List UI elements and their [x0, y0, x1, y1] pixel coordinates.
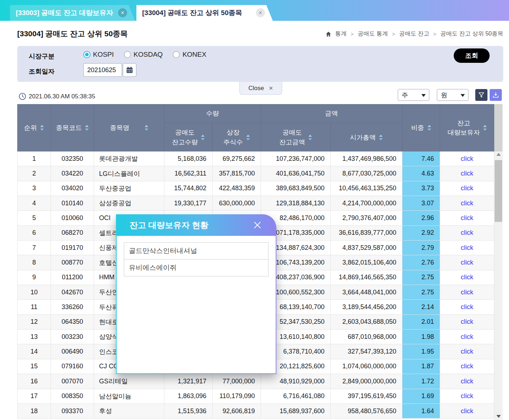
code-cell: 336260 — [51, 300, 94, 314]
holder-click-link[interactable]: click — [461, 289, 473, 296]
table-row: 4 010140 삼성중공업 19,330,177 630,000,000 12… — [17, 196, 494, 211]
tab-33003[interactable]: [33003] 공매도 잔고 대량보유자 × — [10, 5, 135, 21]
mktcap-cell: 687,010,968,000 — [331, 330, 402, 344]
header-label: 비중 — [411, 123, 424, 132]
download-button[interactable] — [490, 89, 502, 101]
holder-click-link[interactable]: click — [461, 155, 473, 163]
table-row: 17 008350 남선알미늄 1,863,096 110,179,090 6,… — [17, 389, 494, 404]
close-panel-label: Close — [248, 85, 264, 92]
header-short-balance-amount[interactable]: 공매도잔고금액 — [261, 123, 331, 151]
holder-click-link[interactable]: click — [461, 259, 473, 266]
radio-circle-icon[interactable] — [124, 51, 131, 58]
radio-circle-icon[interactable] — [173, 51, 180, 58]
search-button[interactable]: 조회 — [454, 48, 490, 63]
mktcap-cell: 10,456,463,135,250 — [331, 181, 402, 196]
holder-cell: click — [440, 300, 494, 314]
holder-click-link[interactable]: click — [461, 348, 473, 355]
radio-kosdaq[interactable]: KOSDAQ — [124, 51, 163, 59]
vertical-scrollbar[interactable] — [494, 104, 503, 420]
modal-close-button[interactable] — [252, 220, 263, 232]
amount-cell: 389,683,849,500 — [261, 181, 331, 196]
listed-cell: 69,275,662 — [213, 151, 261, 166]
header-label: 주식수 — [224, 137, 243, 147]
holder-cell: click — [440, 255, 494, 270]
sort-icons — [246, 135, 250, 140]
holder-click-link[interactable]: click — [461, 363, 473, 370]
close-icon[interactable]: × — [118, 8, 127, 17]
table-header: 순위 종목코드 종목명 수량 공매도잔고수량 상장주식수 금액 공매도잔고금액 … — [17, 104, 494, 151]
name-cell: GS리테일 — [94, 374, 164, 389]
tab-label: [33004] 공매도 잔고 상위 50종목 — [142, 8, 242, 18]
holder-cell: click — [440, 241, 494, 255]
header-name[interactable]: 종목명 — [94, 104, 164, 151]
header-label: 금액 — [325, 109, 338, 118]
breadcrumb-item[interactable]: 공매도 잔고 상위 50종목 — [440, 30, 503, 38]
header-ratio[interactable]: 비중 — [402, 104, 440, 151]
holder-click-link[interactable]: click — [461, 407, 473, 415]
header-listed-shares[interactable]: 상장주식수 — [213, 123, 261, 151]
market-radio-group: KOSPIKOSDAQKONEX — [83, 51, 206, 59]
holder-cell: click — [440, 359, 494, 374]
unit-share-select[interactable]: 주 — [398, 89, 429, 101]
holder-click-link[interactable]: click — [461, 170, 473, 177]
code-cell: 079160 — [51, 359, 94, 374]
mktcap-cell: 397,195,619,450 — [331, 389, 402, 404]
calendar-button[interactable] — [123, 63, 136, 77]
header-rank[interactable]: 순위 — [17, 104, 51, 151]
sort-icons — [40, 125, 44, 131]
holder-click-link[interactable]: click — [461, 392, 473, 400]
ratio-cell: 3.07 — [402, 196, 440, 211]
name-cell: 두산중공업 — [94, 181, 164, 196]
code-cell: 003230 — [51, 330, 94, 344]
holder-click-link[interactable]: click — [461, 185, 473, 192]
close-panel-button[interactable]: Close ✕ — [239, 82, 282, 95]
rank-cell: 5 — [17, 211, 51, 225]
radio-konex[interactable]: KONEX — [173, 51, 206, 59]
rank-cell: 9 — [17, 270, 51, 285]
header-short-balance-qty[interactable]: 공매도잔고수량 — [164, 123, 213, 151]
holder-click-link[interactable]: click — [461, 274, 473, 281]
breadcrumb-item[interactable]: 통계 — [335, 30, 347, 38]
mktcap-cell: 8,677,030,725,000 — [331, 166, 402, 181]
date-input[interactable] — [83, 63, 122, 77]
holder-click-link[interactable]: click — [461, 229, 473, 237]
breadcrumb-item[interactable]: 공매도 통계 — [358, 30, 388, 38]
scrollbar-track[interactable] — [494, 151, 503, 420]
close-icon[interactable]: × — [256, 8, 265, 17]
holder-click-link[interactable]: click — [461, 333, 473, 341]
holder-click-link[interactable]: click — [461, 318, 473, 326]
filter-button[interactable] — [475, 89, 487, 101]
mktcap-cell: 327,547,393,120 — [331, 344, 402, 359]
ratio-cell: 2.96 — [402, 211, 440, 225]
scrollbar-thumb[interactable] — [495, 160, 502, 222]
header-amount-group: 금액 — [261, 104, 402, 123]
scrollbar-down-icon[interactable] — [494, 412, 503, 418]
holder-click-link[interactable]: click — [461, 378, 473, 385]
sort-icons — [85, 125, 89, 131]
holder-click-link[interactable]: click — [461, 214, 473, 222]
holder-click-link[interactable]: click — [461, 244, 473, 252]
code-cell: 034220 — [51, 166, 94, 181]
holder-click-link[interactable]: click — [461, 200, 473, 207]
radio-kospi[interactable]: KOSPI — [83, 51, 114, 59]
sort-icons — [483, 125, 487, 131]
header-code[interactable]: 종목코드 — [51, 104, 94, 151]
holder-click-link[interactable]: click — [461, 303, 473, 311]
amount-cell: 15,689,937,600 — [261, 404, 331, 419]
breadcrumb-items: 통계>공매도 통계>공매도 잔고>공매도 잔고 상위 50종목 — [335, 30, 503, 38]
tab-33004[interactable]: [33004] 공매도 잔고 상위 50종목 × — [136, 5, 273, 21]
breadcrumb-item[interactable]: 공매도 잔고 — [399, 30, 429, 38]
sort-icons — [428, 125, 431, 131]
listed-cell: 92,606,819 — [213, 404, 261, 419]
qty-cell: 16,562,311 — [164, 166, 213, 181]
scrollbar-up-icon[interactable] — [494, 153, 503, 159]
mktcap-cell: 14,869,146,565,350 — [331, 270, 402, 285]
unit-currency-select[interactable]: 원 — [437, 89, 468, 101]
header-large-holders[interactable]: 잔고대량보유자 — [440, 104, 494, 151]
sort-icons — [379, 135, 383, 140]
table-row: 18 093370 후성 1,515,936 92,606,819 15,689… — [17, 404, 494, 419]
header-market-cap[interactable]: 시가총액 — [331, 123, 402, 151]
radio-circle-icon[interactable] — [83, 51, 90, 58]
header-label: 잔고금액 — [279, 137, 305, 147]
mktcap-cell: 3,862,015,106,400 — [331, 255, 402, 270]
